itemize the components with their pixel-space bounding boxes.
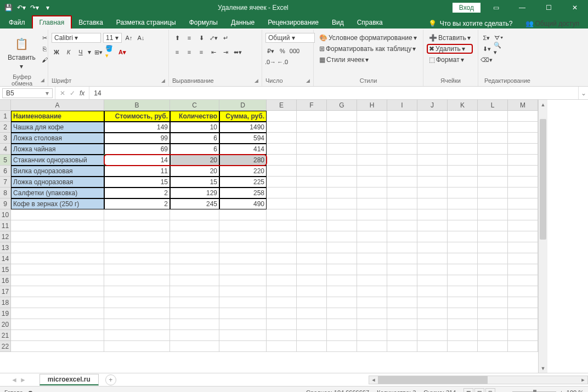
cell[interactable] [357,253,387,264]
cell[interactable] [478,144,508,155]
vertical-scrollbar[interactable]: ▲▼ [538,100,547,373]
col-header[interactable]: H [357,100,387,111]
cell[interactable] [297,144,327,155]
fill-color-icon[interactable]: 🪣▾ [105,47,115,57]
row-header[interactable]: 11 [0,220,11,231]
cell[interactable] [478,209,508,220]
cell[interactable] [417,319,448,330]
cell[interactable] [11,275,104,286]
merge-icon[interactable]: ⬌▾ [233,47,242,57]
cell[interactable] [219,264,267,275]
cell[interactable] [417,209,448,220]
cell[interactable] [11,319,104,330]
cancel-formula-icon[interactable]: ✕ [60,89,65,97]
cell[interactable]: 2 [104,198,170,209]
cell[interactable] [478,242,508,253]
cell[interactable] [297,264,327,275]
cell[interactable] [387,155,417,166]
tab-home[interactable]: Главная [32,15,72,29]
cell[interactable] [219,242,267,253]
cell[interactable] [478,133,508,144]
col-header[interactable]: F [297,100,327,111]
cell[interactable]: Стаканчик одноразовый [11,155,104,166]
align-right-icon[interactable]: ≡ [196,47,206,57]
cell[interactable] [448,111,478,122]
decrease-indent-icon[interactable]: ⇤ [208,47,218,57]
cell[interactable] [11,308,104,319]
cell[interactable] [508,319,538,330]
cell[interactable] [508,122,538,133]
cell[interactable] [357,198,387,209]
cell[interactable] [417,220,448,231]
cell[interactable] [357,155,387,166]
select-all-corner[interactable] [0,100,11,111]
increase-decimal-icon[interactable]: .0→ [265,57,275,67]
cell[interactable] [508,111,538,122]
cell[interactable]: 220 [219,166,267,177]
col-header[interactable]: E [267,100,297,111]
cell[interactable] [508,253,538,264]
cell[interactable] [478,122,508,133]
row-header[interactable]: 5 [0,155,11,166]
cell[interactable] [417,198,448,209]
cell[interactable] [297,177,327,188]
row-header[interactable]: 14 [0,253,11,264]
fill-icon[interactable]: ⬇▾ [482,44,491,54]
cell[interactable] [297,188,327,198]
cell[interactable] [357,275,387,286]
row-header[interactable]: 20 [0,319,11,330]
cell[interactable] [327,209,357,220]
cell[interactable] [417,111,448,122]
cell[interactable] [448,155,478,166]
cell[interactable]: Наименование [11,111,104,122]
delete-cells[interactable]: ✖ Удалить ▾ [427,44,473,54]
row-header[interactable]: 19 [0,308,11,319]
italic-button[interactable]: К [64,47,74,57]
name-box[interactable]: B5▾ [2,88,53,98]
cell[interactable] [448,209,478,220]
col-header[interactable]: I [387,100,417,111]
enter-formula-icon[interactable]: ✓ [70,89,75,97]
cell[interactable] [297,198,327,209]
clear-icon[interactable]: ⌫▾ [482,55,491,65]
comma-icon[interactable]: 000 [290,46,299,56]
cell[interactable] [417,330,448,341]
cell[interactable] [327,198,357,209]
cell[interactable] [478,198,508,209]
view-page-layout-icon[interactable]: ▤ [474,388,484,393]
cell[interactable] [508,166,538,177]
increase-indent-icon[interactable]: ⇥ [220,47,230,57]
cell[interactable] [297,111,327,122]
cell[interactable] [357,188,387,198]
cell[interactable] [219,275,267,286]
cell[interactable] [478,220,508,231]
cell[interactable] [267,122,297,133]
cell[interactable] [11,297,104,308]
cell[interactable] [170,209,219,220]
underline-button[interactable]: Ч [76,47,86,57]
cell[interactable] [478,166,508,177]
cell[interactable] [478,155,508,166]
cell[interactable] [387,242,417,253]
cell[interactable] [297,319,327,330]
cell[interactable] [357,111,387,122]
align-bottom-icon[interactable]: ⬇ [196,33,206,43]
cell[interactable] [387,275,417,286]
cell[interactable] [297,308,327,319]
cell[interactable] [11,231,104,242]
cell[interactable] [478,188,508,198]
cell[interactable] [357,341,387,352]
cell[interactable]: 129 [170,188,219,198]
cell[interactable]: 69 [104,144,170,155]
align-center-icon[interactable]: ≡ [184,47,194,57]
close-button[interactable]: ✕ [564,0,586,15]
tab-nav-next-icon[interactable]: ► [20,376,26,384]
cell[interactable] [508,286,538,297]
cell[interactable] [170,220,219,231]
cell[interactable] [357,319,387,330]
cell[interactable] [478,264,508,275]
cell[interactable] [417,253,448,264]
horizontal-scrollbar[interactable]: ◄► [369,376,588,384]
cell[interactable] [417,308,448,319]
cell[interactable] [267,220,297,231]
